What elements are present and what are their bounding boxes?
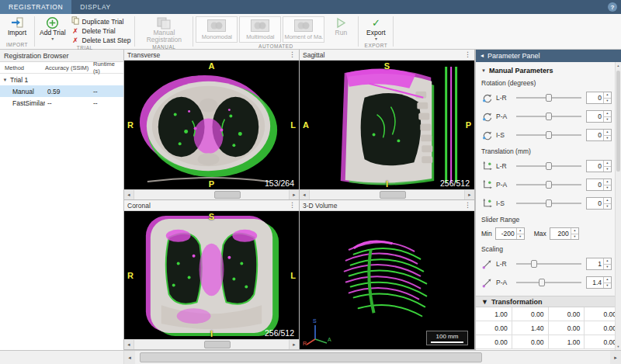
spinner-up-icon[interactable]: ▴	[604, 111, 611, 117]
spinner-up-icon[interactable]: ▴	[604, 161, 611, 167]
min-spinner[interactable]: -200 ▴▾	[495, 227, 525, 240]
slider-thumb[interactable]	[546, 113, 552, 120]
spinner-down-icon[interactable]: ▾	[571, 234, 578, 240]
coronal-slice-scrollbar[interactable]: ◂ ▸	[124, 339, 299, 349]
rotation-is-spinner[interactable]: 0 ▴▾	[586, 129, 612, 141]
spinner-up-icon[interactable]: ▴	[604, 130, 611, 136]
horizontal-scrollbar[interactable]: ◂ ▸	[124, 351, 621, 364]
scroll-right-icon[interactable]: ▸	[464, 190, 474, 199]
translation-pa-slider[interactable]	[515, 179, 583, 190]
tree-row-manual[interactable]: Manual 0.59 --	[0, 85, 123, 97]
transverse-slice-scrollbar[interactable]: ◂ ▸	[124, 189, 299, 199]
spinner-up-icon[interactable]: ▴	[604, 198, 611, 204]
slider-thumb[interactable]	[531, 260, 537, 268]
rotation-pa-spinner[interactable]: 0 ▴▾	[586, 110, 612, 123]
orientation-label-anterior: A	[209, 61, 215, 71]
transverse-canvas[interactable]: A R L P 153/264	[124, 61, 299, 189]
coronal-canvas[interactable]: S R L I 256/512	[124, 211, 299, 339]
spinner-up-icon[interactable]: ▴	[604, 277, 611, 283]
spinner-up-icon[interactable]: ▴	[517, 228, 524, 234]
slider-thumb[interactable]	[546, 181, 552, 189]
rotation-pa-slider[interactable]	[515, 111, 583, 122]
scroll-track[interactable]	[310, 190, 464, 199]
scroll-right-icon[interactable]: ▸	[289, 190, 299, 199]
rotation-lr-slider[interactable]	[515, 92, 583, 103]
tree-row-fastsimilarity[interactable]: FastSimilarity -- --	[0, 97, 123, 109]
scroll-thumb[interactable]	[380, 191, 406, 199]
spinner-down-icon[interactable]: ▾	[604, 99, 611, 104]
scroll-track[interactable]	[616, 69, 621, 343]
max-spinner[interactable]: 200 ▴▾	[550, 227, 579, 240]
viewport-menu-icon[interactable]: ⋮	[289, 51, 296, 58]
translation-lr-spinner[interactable]: 0 ▴▾	[586, 160, 612, 172]
scroll-thumb[interactable]	[204, 341, 231, 348]
scaling-section-label: Scaling	[481, 244, 612, 255]
scroll-left-icon[interactable]: ◂	[300, 190, 310, 199]
scroll-right-icon[interactable]: ▸	[289, 340, 299, 349]
delete-trial-button[interactable]: ✗ Delete Trial	[70, 26, 133, 35]
slider-thumb[interactable]	[546, 162, 552, 170]
spinner-down-icon[interactable]: ▾	[604, 283, 611, 289]
sagittal-canvas[interactable]: S A P I 256/512	[300, 61, 474, 189]
spinner-down-icon[interactable]: ▾	[604, 204, 611, 210]
spinner-up-icon[interactable]: ▴	[604, 258, 611, 265]
scroll-left-icon[interactable]: ◂	[124, 190, 134, 199]
spinner-up-icon[interactable]: ▴	[604, 179, 611, 185]
slider-thumb[interactable]	[546, 94, 552, 102]
scroll-thumb[interactable]	[140, 352, 482, 362]
spinner-up-icon[interactable]: ▴	[571, 228, 578, 234]
spinner-down-icon[interactable]: ▾	[604, 117, 611, 123]
export-button[interactable]: ✓ Export ▾	[361, 15, 390, 42]
section-expand-icon[interactable]: ▼	[481, 68, 486, 73]
scroll-track[interactable]	[134, 190, 289, 199]
delete-last-step-button[interactable]: ✗ Delete Last Step	[70, 36, 133, 44]
scaling-pa-spinner[interactable]: 1.4 ▴▾	[586, 276, 612, 289]
spinner-down-icon[interactable]: ▾	[604, 185, 611, 191]
slider-thumb[interactable]	[546, 199, 552, 207]
slider-thumb[interactable]	[546, 131, 552, 139]
scroll-thumb[interactable]	[616, 71, 620, 172]
scroll-down-icon[interactable]: ▾	[616, 343, 621, 350]
translation-is-slider[interactable]	[515, 198, 583, 209]
spinner-down-icon[interactable]: ▾	[604, 136, 611, 141]
tab-display[interactable]: DISPLAY	[71, 0, 119, 14]
spinner-down-icon[interactable]: ▾	[517, 234, 524, 240]
help-icon[interactable]: ?	[608, 2, 617, 12]
tree-row-trial[interactable]: ▼ Trial 1	[0, 74, 123, 85]
scaling-pa-slider[interactable]	[515, 277, 583, 288]
scroll-left-icon[interactable]: ◂	[124, 340, 134, 349]
spinner-up-icon[interactable]: ▴	[604, 92, 611, 99]
rotation-lr-spinner[interactable]: 0 ▴▾	[586, 92, 612, 104]
rotation-is-slider[interactable]	[515, 130, 583, 140]
parameter-panel-scrollbar[interactable]: ▴ ▾	[615, 62, 621, 350]
viewport-menu-icon[interactable]: ⋮	[289, 202, 296, 209]
transformation-header[interactable]: ▼ Transformation	[476, 296, 621, 307]
translation-lr-slider[interactable]	[515, 161, 583, 172]
manual-parameters-header[interactable]: ▼ Manual Parameters	[481, 64, 612, 76]
add-trial-button[interactable]: Add Trial ▾	[37, 15, 68, 44]
scroll-left-icon[interactable]: ◂	[124, 351, 135, 364]
sagittal-slice-scrollbar[interactable]: ◂ ▸	[300, 189, 474, 199]
translation-is-spinner[interactable]: 0 ▴▾	[586, 197, 612, 210]
panel-collapse-icon[interactable]: ◂	[480, 53, 484, 59]
import-button[interactable]: Import	[2, 15, 32, 41]
slider-thumb[interactable]	[539, 279, 545, 286]
translation-pa-spinner[interactable]: 0 ▴▾	[586, 179, 612, 191]
viewport-menu-icon[interactable]: ⋮	[464, 202, 471, 209]
scroll-track[interactable]	[134, 340, 289, 349]
parameter-panel-header[interactable]: ◂ Parameter Panel	[476, 50, 621, 62]
spinner-down-icon[interactable]: ▾	[604, 265, 611, 270]
viewport-menu-icon[interactable]: ⋮	[464, 51, 471, 58]
scroll-up-icon[interactable]: ▴	[616, 62, 621, 69]
scroll-thumb[interactable]	[214, 191, 241, 199]
section-expand-icon[interactable]: ▼	[481, 298, 488, 306]
duplicate-trial-button[interactable]: Duplicate Trial	[70, 17, 133, 26]
tree-expand-icon[interactable]: ▼	[0, 78, 10, 82]
volume-canvas[interactable]: S R A 100 mm	[300, 211, 474, 349]
scroll-track[interactable]	[135, 351, 610, 364]
spinner-down-icon[interactable]: ▾	[604, 167, 611, 172]
scaling-lr-spinner[interactable]: 1 ▴▾	[586, 258, 612, 270]
tab-registration[interactable]: REGISTRATION	[0, 0, 71, 14]
scroll-right-icon[interactable]: ▸	[610, 351, 621, 364]
scaling-lr-slider[interactable]	[515, 258, 583, 269]
